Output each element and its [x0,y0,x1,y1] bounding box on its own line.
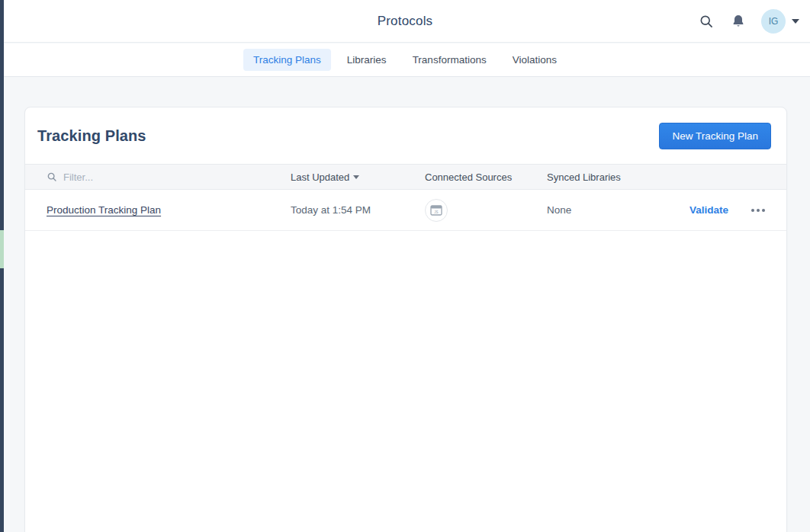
column-connected-sources: Connected Sources [425,171,547,183]
svg-text:JS: JS [434,210,438,213]
last-updated-cell: Today at 1:54 PM [291,204,425,216]
plan-name-cell: Production Tracking Plan [47,204,291,216]
synced-libraries-cell: None [547,204,669,216]
search-icon[interactable] [697,12,715,30]
javascript-source-icon[interactable]: JS [425,199,448,222]
column-label: Last Updated [291,171,349,183]
column-synced-libraries: Synced Libraries [547,171,669,183]
header-actions: IG [697,0,799,43]
column-last-updated[interactable]: Last Updated [291,171,425,183]
table-row: Production Tracking Plan Today at 1:54 P… [25,190,786,231]
app-header: Protocols IG [0,0,810,43]
table-header-row: Last Updated Connected Sources Synced Li… [25,164,786,190]
avatar[interactable]: IG [761,9,786,34]
new-tracking-plan-button[interactable]: New Tracking Plan [659,123,771,149]
tab-violations[interactable]: Violations [503,49,567,71]
sidebar-active-indicator [0,230,4,268]
more-options-icon[interactable] [750,206,767,215]
tracking-plans-card: Tracking Plans New Tracking Plan Last Up… [24,107,787,532]
collapsed-sidebar-strip[interactable] [0,0,4,532]
caret-down-icon [792,19,799,24]
filter-input[interactable] [63,171,231,183]
filter-cell [47,171,291,183]
plan-name-link[interactable]: Production Tracking Plan [47,204,161,216]
connected-sources-cell: JS [425,199,547,222]
card-title: Tracking Plans [37,127,146,145]
page-title: Protocols [0,0,810,43]
tab-bar: Tracking Plans Libraries Transformations… [0,43,810,77]
row-actions: Validate [669,204,767,216]
filter-search-icon [47,171,57,182]
card-header: Tracking Plans New Tracking Plan [25,107,786,164]
user-menu[interactable]: IG [761,9,799,34]
tab-transformations[interactable]: Transformations [403,49,497,71]
validate-button[interactable]: Validate [689,204,728,216]
tab-libraries[interactable]: Libraries [337,49,397,71]
tab-tracking-plans[interactable]: Tracking Plans [243,49,331,71]
sort-caret-icon [353,175,359,179]
bell-icon[interactable] [729,12,747,30]
